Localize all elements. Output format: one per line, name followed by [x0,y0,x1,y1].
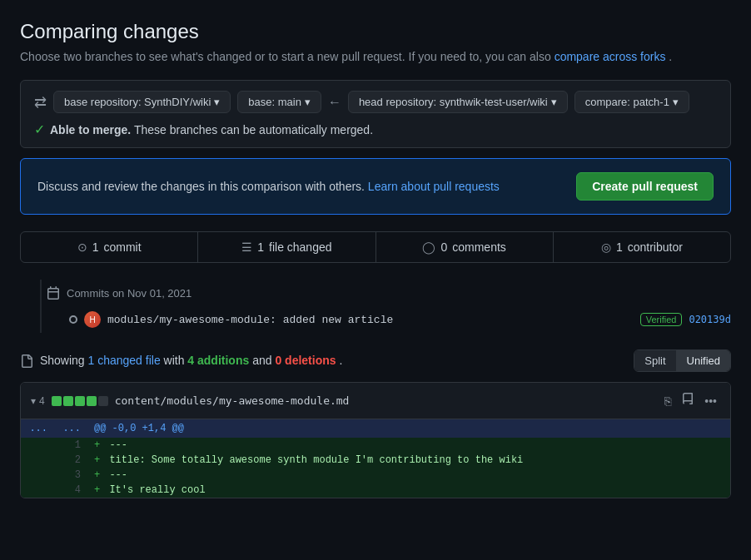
contributors-stat[interactable]: ◎ 1 contributor [554,232,730,262]
diff-line-1: 1 + --- [21,438,730,453]
expand-collapse-button[interactable]: ▾ 4 [31,395,45,407]
split-view-button[interactable]: Split [634,350,676,371]
diff-line-content-4: + It's really cool [87,483,730,498]
commits-stat[interactable]: ⊙ 1 commit [21,232,198,262]
deletions-count: 0 deletions [275,354,336,367]
file-diff-icon [20,354,33,368]
base-branch-selector[interactable]: base: main ▾ [237,91,321,113]
diff-stat-bar [52,396,108,406]
diff-stat-added-4 [87,396,97,406]
unified-view-button[interactable]: Unified [677,350,730,371]
line-old-num-1 [21,438,54,453]
files-label: file changed [269,240,332,254]
diff-stat-added-2 [63,396,73,406]
line-old-num-3 [21,468,54,483]
line-new-num-3: 3 [54,468,87,483]
diff-line-content-1: + --- [87,438,730,453]
contributors-label: contributor [628,240,683,254]
files-stat[interactable]: ☰ 1 file changed [198,232,376,262]
showing-text: Showing [40,354,88,367]
comments-stat[interactable]: ◯ 0 comments [376,232,554,262]
commit-message: modules/my-awesome-module: added new art… [107,314,634,326]
arrow-icon: ← [328,95,341,110]
base-repo-selector[interactable]: base repository: SynthDIY/wiki ▾ [53,91,231,113]
period: . [339,354,342,367]
commits-label: commit [103,240,141,254]
file-diff: ▾ 4 content/modules/my-awesome-module.md… [20,382,731,498]
commits-count: 1 [92,240,99,254]
chevron-down-icon: ▾ [31,395,36,407]
chevron-down-icon: ▾ [214,96,220,108]
diff-stat-neutral-1 [98,396,108,406]
compare-branch-selector[interactable]: compare: patch-1 ▾ [574,91,689,113]
diff-line-4: 4 + It's really cool [21,483,730,498]
branch-selector-bar: ⇄ base repository: SynthDIY/wiki ▾ base:… [20,80,731,148]
hunk-header-content: @@ -0,0 +1,4 @@ [87,419,730,438]
commit-dot [69,315,77,324]
chevron-down-icon: ▾ [551,96,557,108]
check-icon: ✓ [34,121,45,137]
commits-date: Commits on Nov 01, 2021 [47,280,731,306]
page-title: Comparing changes [20,20,731,43]
contributor-icon: ◎ [601,240,611,254]
chevron-down-icon: ▾ [673,96,679,108]
line-old-num-4 [21,483,54,498]
line-old-num-2 [21,453,54,468]
changed-files-text: Showing 1 changed file with 4 additions … [20,354,342,368]
diff-view-toggle: Split Unified [634,349,731,372]
compare-branch-label: compare: patch-1 [585,96,669,108]
additions-count: 4 additions [187,354,249,367]
comment-icon: ◯ [422,240,435,254]
hunk-old-num: ... [21,419,54,438]
comments-label: comments [452,240,506,254]
commits-section: Commits on Nov 01, 2021 H modules/my-awe… [20,280,731,333]
head-repo-selector[interactable]: head repository: synthwik-test-user/wiki… [348,91,568,113]
diff-line-content-3: + --- [87,468,730,483]
stats-bar: ⊙ 1 commit ☰ 1 file changed ◯ 0 comments… [20,231,731,263]
line-new-num-1: 1 [54,438,87,453]
chevron-down-icon: ▾ [305,96,311,108]
with-text: with [164,354,188,367]
able-to-merge-text: Able to merge. [50,123,131,136]
hunk-new-num: ... [54,419,87,438]
commits-date-text: Commits on Nov 01, 2021 [67,287,191,300]
commit-icon: ⊙ [77,240,87,254]
file-path: content/modules/my-awesome-module.md [115,394,655,407]
copy-path-button[interactable]: ⎘ [661,389,674,412]
merge-detail-text: These branches can be automatically merg… [134,123,373,136]
diff-stat-added-3 [75,396,85,406]
file-actions: ⎘ ••• [661,389,720,412]
and-text: and [252,354,275,367]
file-diff-header: ▾ 4 content/modules/my-awesome-module.md… [21,383,730,419]
view-file-button[interactable] [678,389,698,412]
swap-icon[interactable]: ⇄ [34,93,47,112]
line-new-num-4: 4 [54,483,87,498]
diff-hunk-header-row: ... ... @@ -0,0 +1,4 @@ [21,419,730,438]
contributors-count: 1 [616,240,623,254]
head-repo-label: head repository: synthwik-test-user/wiki [359,96,548,108]
verified-badge: Verified [640,313,683,326]
more-options-button[interactable]: ••• [701,389,720,412]
base-repo-label: base repository: SynthDIY/wiki [64,96,211,108]
commit-sha-link[interactable]: 020139d [689,314,731,325]
merge-status: ✓ Able to merge. These branches can be a… [34,121,717,137]
diff-line-2: 2 + title: Some totally awesome synth mo… [21,453,730,468]
merge-status-text: Able to merge. These branches can be aut… [50,123,373,136]
learn-about-pr-link[interactable]: Learn about pull requests [368,180,500,193]
create-pull-request-button[interactable]: Create pull request [576,172,714,201]
changed-files-header: Showing 1 changed file with 4 additions … [20,349,731,372]
avatar: H [84,311,101,328]
subtitle-text: Choose two branches to see what's change… [20,50,551,63]
diff-line-content-2: + title: Some totally awesome synth modu… [87,453,730,468]
base-branch-label: base: main [248,96,301,108]
compare-forks-link[interactable]: compare across forks [555,50,666,63]
calendar-icon [47,286,60,300]
subtitle-end: . [669,50,672,63]
files-count: 1 [257,240,264,254]
page-subtitle: Choose two branches to see what's change… [20,50,731,63]
comments-count: 0 [440,240,447,254]
changed-file-link[interactable]: 1 changed file [87,354,160,367]
additions-stat-count: 4 [39,395,45,407]
line-new-num-2: 2 [54,453,87,468]
diff-stat-added-1 [52,396,62,406]
